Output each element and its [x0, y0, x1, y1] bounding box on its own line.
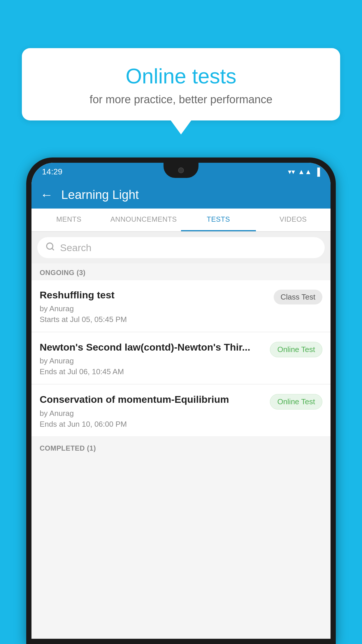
list-content: ONGOING (3) Reshuffling test by Anurag S…	[31, 263, 331, 639]
tab-announcements[interactable]: ANNOUNCEMENTS	[106, 209, 181, 231]
back-button[interactable]: ←	[40, 188, 53, 202]
speech-bubble: Online tests for more practice, better p…	[22, 48, 340, 120]
signal-icon: ▲▲	[298, 168, 312, 176]
search-container: Search	[31, 232, 331, 263]
test-date-3: Ends at Jun 10, 06:00 PM	[40, 420, 264, 429]
test-badge-2: Online Test	[270, 342, 322, 357]
bubble-title: Online tests	[39, 64, 323, 88]
test-author-3: by Anurag	[40, 409, 264, 418]
ongoing-section-header: ONGOING (3)	[31, 263, 331, 280]
test-badge-3: Online Test	[270, 394, 322, 410]
test-info-1: Reshuffling test by Anurag Starts at Jul…	[40, 288, 268, 324]
tab-ments[interactable]: MENTS	[31, 209, 106, 231]
tabs-bar: MENTS ANNOUNCEMENTS TESTS VIDEOS	[31, 209, 331, 232]
search-placeholder: Search	[60, 242, 92, 253]
test-date-2: Ends at Jul 06, 10:45 AM	[40, 367, 264, 376]
phone-screen: 14:29 ▾▾ ▲▲ ▐ ← Learning Light MENTS ANN…	[31, 163, 331, 639]
tab-videos[interactable]: VIDEOS	[256, 209, 331, 231]
test-author-1: by Anurag	[40, 304, 268, 313]
tab-tests[interactable]: TESTS	[181, 209, 256, 231]
test-item-3[interactable]: Conservation of momentum-Equilibrium by …	[31, 385, 331, 436]
status-bar: 14:29 ▾▾ ▲▲ ▐	[31, 163, 331, 181]
camera	[178, 167, 184, 173]
test-item-2[interactable]: Newton's Second law(contd)-Newton's Thir…	[31, 332, 331, 384]
status-icons: ▾▾ ▲▲ ▐	[288, 167, 320, 176]
test-name-1: Reshuffling test	[40, 288, 268, 301]
test-author-2: by Anurag	[40, 356, 264, 365]
app-header: ← Learning Light	[31, 181, 331, 209]
app-title: Learning Light	[61, 188, 139, 202]
test-info-3: Conservation of momentum-Equilibrium by …	[40, 393, 264, 428]
test-name-2: Newton's Second law(contd)-Newton's Thir…	[40, 341, 264, 354]
notch	[164, 163, 198, 178]
search-input-wrapper[interactable]: Search	[37, 237, 325, 258]
battery-icon: ▐	[315, 167, 320, 176]
svg-line-1	[52, 248, 54, 250]
bubble-subtitle: for more practice, better performance	[39, 93, 323, 106]
test-name-3: Conservation of momentum-Equilibrium	[40, 393, 264, 406]
phone-frame: 14:29 ▾▾ ▲▲ ▐ ← Learning Light MENTS ANN…	[26, 158, 336, 644]
completed-section-header: COMPLETED (1)	[31, 439, 331, 456]
test-date-1: Starts at Jul 05, 05:45 PM	[40, 315, 268, 324]
search-icon	[45, 242, 55, 253]
wifi-icon: ▾▾	[288, 168, 295, 176]
test-item-1[interactable]: Reshuffling test by Anurag Starts at Jul…	[31, 280, 331, 332]
status-time: 14:29	[42, 167, 62, 176]
test-info-2: Newton's Second law(contd)-Newton's Thir…	[40, 341, 264, 376]
test-badge-1: Class Test	[274, 290, 322, 304]
